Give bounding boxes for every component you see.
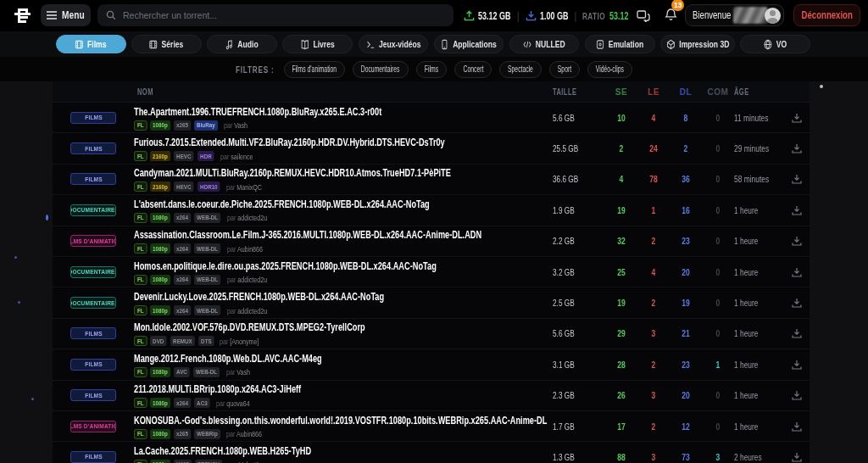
column-header-age[interactable]: ÂGE [734, 87, 784, 97]
category-badge[interactable]: FILMS D'ANIMATION [70, 421, 116, 432]
category-badge[interactable]: FILMS [70, 173, 116, 185]
torrent-row[interactable]: DOCUMENTAIRES Homos.en.politique.le.dire… [53, 257, 810, 287]
torrent-title[interactable]: KONOSUBA.-God's.blessing.on.this.wonderf… [134, 415, 547, 427]
scrollbar-dot[interactable] [820, 85, 823, 88]
logout-button[interactable]: Déconnexion [793, 4, 860, 26]
uploader[interactable]: par Aubin866 [227, 244, 263, 254]
category-badge[interactable]: FILMS [70, 359, 116, 371]
category-badge[interactable]: FILMS [70, 389, 116, 401]
torrent-title[interactable]: Devenir.Lucky.Love.2025.FRENCH.1080p.WEB… [134, 291, 384, 303]
uploader[interactable]: par addicted2u [227, 306, 267, 315]
category-tab-nulled[interactable]: NULLED [509, 35, 580, 53]
filter-pill-films[interactable]: Films [416, 61, 447, 78]
seeders-count: 10 [609, 113, 634, 123]
category-tab-jeux-vid-os[interactable]: Jeux-vidéos [359, 35, 429, 53]
torrent-row[interactable]: DOCUMENTAIRES L'absent.dans.le.coeur.de.… [53, 195, 810, 226]
filter-pill-concert[interactable]: Concert [454, 61, 492, 78]
filter-pill-films-d-animation[interactable]: Films d'animation [284, 61, 346, 78]
category-badge[interactable]: FILMS [70, 327, 116, 339]
column-header-dl[interactable]: DL [670, 87, 702, 97]
torrent-row[interactable]: DOCUMENTAIRES Devenir.Lucky.Love.2025.FR… [53, 287, 810, 318]
torrent-age: 11 minutes [734, 113, 774, 123]
category-badge[interactable]: FILMS D'ANIMATION [70, 235, 116, 247]
torrent-row[interactable]: FILMS Mange.2012.French.1080p.Web.DL.AVC… [53, 349, 810, 380]
ratio-label: RATIO [582, 11, 605, 21]
uploader[interactable]: par Valent1 [229, 460, 259, 463]
category-badge[interactable]: FILMS [70, 451, 116, 463]
torrent-title[interactable]: The.Apartment.1996.TRUEFRENCH.1080p.BluR… [134, 106, 381, 118]
torrent-title[interactable]: La.Cache.2025.FRENCH.1080p.WEB.H265-TyHD [134, 445, 311, 457]
category-badge[interactable]: FILMS [70, 142, 116, 154]
site-logo-icon[interactable] [11, 5, 31, 25]
torrent-title[interactable]: Homos.en.politique.le.dire.ou.pas.2025.F… [134, 260, 437, 272]
column-header-com[interactable]: COM [702, 87, 734, 97]
torrent-title[interactable]: Assassination.Classroom.Le.Film.J-365.20… [134, 229, 481, 241]
torrent-title[interactable]: 211.2018.MULTi.BRrip.1080p.x264.AC3-JiHe… [134, 383, 301, 395]
category-tab-impression-3d[interactable]: Impression 3D [660, 35, 735, 53]
torrent-title[interactable]: Furious.7.2015.Extended.Multi.VF2.BluRay… [134, 137, 445, 148]
torrent-row[interactable]: FILMS 211.2018.MULTi.BRrip.1080p.x264.AC… [53, 381, 810, 411]
torrent-row[interactable]: FILMS The.Apartment.1996.TRUEFRENCH.1080… [53, 103, 810, 133]
download-torrent-button[interactable] [789, 388, 804, 403]
category-tab-livres[interactable]: Livres [282, 35, 353, 53]
category-tab-emulation[interactable]: Emulation [585, 35, 655, 53]
download-torrent-button[interactable] [789, 141, 804, 156]
menu-button[interactable]: Menu [41, 4, 91, 26]
download-tray-icon [791, 173, 803, 185]
category-tab-vo[interactable]: VO [740, 35, 810, 53]
torrent-title[interactable]: L'absent.dans.le.coeur.de.Piche.2025.FRE… [134, 198, 430, 210]
category-badge[interactable]: FILMS [70, 112, 116, 124]
category-badge[interactable]: DOCUMENTAIRES [70, 266, 116, 278]
uploader[interactable]: par addicted2u [227, 213, 267, 222]
uploader[interactable]: par Vash [226, 367, 250, 377]
filter-pill-vid-o-clips[interactable]: Vidéo-clips [587, 61, 632, 78]
torrent-row[interactable]: FILMS D'ANIMATION Assassination.Classroo… [53, 226, 810, 257]
category-tab-films[interactable]: Films [56, 35, 126, 53]
torrent-row[interactable]: FILMS Furious.7.2015.Extended.Multi.VF2.… [53, 133, 810, 164]
uploader[interactable]: par addicted2u [227, 275, 267, 284]
torrent-row[interactable]: FILMS D'ANIMATION KONOSUBA.-God's.blessi… [53, 411, 810, 442]
uploader[interactable]: par ManixQC [226, 182, 262, 192]
torrent-title[interactable]: Mange.2012.French.1080p.Web.DL.AVC.AAC-M… [134, 353, 322, 365]
messages-icon[interactable] [637, 0, 650, 31]
torrent-row[interactable]: FILMS La.Cache.2025.FRENCH.1080p.WEB.H26… [53, 442, 810, 463]
notifications-bell[interactable]: 13 [665, 0, 677, 31]
torrent-title[interactable]: Mon.Idole.2002.VOF.576p.DVD.REMUX.DTS.MP… [134, 321, 365, 333]
filter-pill-documentaires[interactable]: Documentaires [353, 61, 409, 78]
category-tab-label: Séries [162, 39, 184, 49]
category-badge[interactable]: DOCUMENTAIRES [70, 297, 116, 309]
search-input[interactable] [123, 10, 445, 20]
category-tab-s-ries[interactable]: Séries [131, 35, 202, 53]
uploader[interactable]: par [Anonyme] [220, 337, 259, 346]
filter-pill-spectacle[interactable]: Spectacle [499, 61, 542, 78]
uploader[interactable]: par Aubin866 [226, 429, 262, 438]
category-tab-audio[interactable]: Audio [207, 35, 277, 53]
download-torrent-button[interactable] [789, 171, 804, 187]
download-torrent-button[interactable] [789, 110, 804, 126]
user-menu[interactable]: Bienvenue [685, 4, 784, 26]
download-torrent-button[interactable] [789, 233, 804, 248]
column-header-taille[interactable]: TAILLE [553, 87, 605, 97]
search-box[interactable] [97, 4, 453, 26]
download-torrent-button[interactable] [789, 265, 804, 280]
uploader[interactable]: par quova64 [216, 399, 250, 408]
torrent-title[interactable]: Candyman.2021.MULTi.BluRay.2160p.REMUX.H… [134, 167, 451, 179]
category-badge[interactable]: DOCUMENTAIRES [70, 204, 116, 216]
filters-label: FILTRES : [236, 64, 275, 75]
filter-pill-sport[interactable]: Sport [549, 61, 580, 78]
torrent-row[interactable]: FILMS Candyman.2021.MULTi.BluRay.2160p.R… [53, 165, 810, 195]
column-header-se[interactable]: SE [605, 87, 637, 97]
column-header-nom[interactable]: NOM [134, 87, 553, 97]
download-torrent-button[interactable] [789, 295, 804, 310]
column-header-le[interactable]: LE [637, 87, 670, 97]
torrent-row[interactable]: FILMS Mon.Idole.2002.VOF.576p.DVD.REMUX.… [53, 319, 810, 349]
category-tab-applications[interactable]: Applications [434, 35, 504, 53]
uploader[interactable]: par Vash [224, 120, 248, 130]
download-torrent-button[interactable] [789, 357, 804, 372]
downloads-count: 2 [673, 143, 698, 153]
download-torrent-button[interactable] [789, 203, 804, 218]
uploader[interactable]: par sailence [220, 152, 253, 161]
download-torrent-button[interactable] [789, 326, 804, 341]
download-torrent-button[interactable] [789, 449, 804, 463]
download-torrent-button[interactable] [789, 419, 804, 434]
